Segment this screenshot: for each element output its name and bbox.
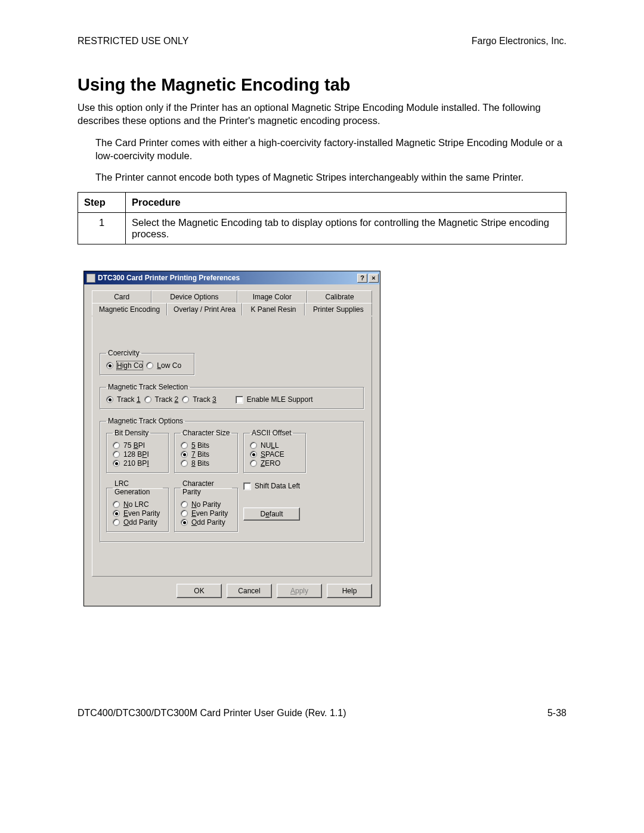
footer-right: 5-38 <box>547 708 566 719</box>
radio-high-co[interactable]: High Co <box>106 361 143 370</box>
step-procedure: Select the Magnetic Encoding tab to disp… <box>126 213 566 244</box>
help-icon[interactable]: ? <box>357 274 367 283</box>
radio-null[interactable]: NULL <box>250 441 300 450</box>
tab-overlay-print-area[interactable]: Overlay / Print Area <box>167 303 242 315</box>
radio-track-1[interactable]: Track 1 <box>106 395 141 404</box>
checkbox-shift-data[interactable]: Shift Data Left <box>243 482 300 490</box>
radio-parity-even[interactable]: Even Parity <box>181 509 232 518</box>
cancel-button[interactable]: Cancel <box>227 584 272 598</box>
coercivity-legend: Coercivity <box>106 349 141 357</box>
radio-75-bpi[interactable]: 75 BPI <box>113 441 163 450</box>
app-icon <box>86 274 95 283</box>
char-parity-legend: Character Parity <box>181 479 232 496</box>
th-procedure: Procedure <box>126 193 566 213</box>
radio-parity-odd[interactable]: Odd Parity <box>181 518 232 527</box>
th-step: Step <box>78 193 126 213</box>
tab-content: Coercivity High Co Low Co <box>92 317 372 577</box>
track-selection-group: Magnetic Track Selection Track 1 Track 2 <box>100 383 364 410</box>
ascii-offset-legend: ASCII Offset <box>250 429 293 437</box>
tab-magnetic-encoding[interactable]: Magnetic Encoding <box>92 303 167 315</box>
page-title: Using the Magnetic Encoding tab <box>78 75 566 95</box>
help-button[interactable]: Help <box>327 584 372 598</box>
coercivity-group: Coercivity High Co Low Co <box>100 349 195 376</box>
radio-track-2[interactable]: Track 2 <box>144 395 179 404</box>
header-right: Fargo Electronics, Inc. <box>472 36 566 47</box>
dialog-title: DTC300 Card Printer Printing Preferences <box>98 274 356 282</box>
intro-text: Use this option only if the Printer has … <box>78 101 566 128</box>
radio-zero[interactable]: ZERO <box>250 459 300 467</box>
bit-density-legend: Bit Density <box>113 429 150 437</box>
close-icon[interactable]: × <box>369 274 379 283</box>
titlebar[interactable]: DTC300 Card Printer Printing Preferences… <box>84 271 380 284</box>
radio-lrc-even[interactable]: Even Parity <box>113 509 163 518</box>
step-number: 1 <box>78 213 126 244</box>
char-size-legend: Character Size <box>181 429 231 437</box>
footer-left: DTC400/DTC300/DTC300M Card Printer User … <box>78 708 346 719</box>
tab-k-panel-resin[interactable]: K Panel Resin <box>242 303 305 315</box>
ascii-offset-group: ASCII Offset NULL SPACE ZERO <box>243 429 306 473</box>
radio-7-bits[interactable]: 7 Bits <box>181 450 232 459</box>
radio-track-3[interactable]: Track 3 <box>182 395 216 404</box>
radio-210-bpi[interactable]: 210 BPI <box>113 459 163 467</box>
track-selection-legend: Magnetic Track Selection <box>106 383 190 391</box>
char-size-group: Character Size 5 Bits 7 Bits 8 Bits <box>174 429 239 473</box>
radio-space[interactable]: SPACE <box>250 450 300 459</box>
radio-5-bits[interactable]: 5 Bits <box>181 441 232 450</box>
tab-image-color[interactable]: Image Color <box>237 290 308 303</box>
header-left: RESTRICTED USE ONLY <box>78 36 188 47</box>
bullet-2: The Printer cannot encode both types of … <box>78 171 566 184</box>
tab-calibrate[interactable]: Calibrate <box>307 290 372 303</box>
default-button[interactable]: Default <box>243 507 300 521</box>
ok-button[interactable]: OK <box>177 584 222 598</box>
track-options-legend: Magnetic Track Options <box>106 417 185 425</box>
radio-no-parity[interactable]: No Parity <box>181 500 232 509</box>
tab-card[interactable]: Card <box>92 290 151 303</box>
lrc-group: LRC Generation No LRC Even Parity Odd Pa… <box>106 479 169 532</box>
radio-lrc-odd[interactable]: Odd Parity <box>113 518 163 527</box>
radio-low-co[interactable]: Low Co <box>146 361 181 370</box>
char-parity-group: Character Parity No Parity Even Parity O… <box>174 479 239 532</box>
tab-strip: Card Device Options Image Color Calibrat… <box>92 290 372 317</box>
bit-density-group: Bit Density 75 BPI 128 BPI 210 BPI <box>106 429 169 473</box>
preferences-dialog: DTC300 Card Printer Printing Preferences… <box>83 271 380 606</box>
radio-no-lrc[interactable]: No LRC <box>113 500 163 509</box>
radio-128-bpi[interactable]: 128 BPI <box>113 450 163 459</box>
checkbox-mle[interactable]: Enable MLE Support <box>236 395 313 404</box>
procedure-table: Step Procedure 1 Select the Magnetic Enc… <box>78 192 566 244</box>
lrc-legend: LRC Generation <box>113 479 163 496</box>
track-options-group: Magnetic Track Options Bit Density 75 BP… <box>100 417 364 543</box>
bullet-1: The Card Printer comes with either a hig… <box>78 136 566 163</box>
tab-device-options[interactable]: Device Options <box>151 290 237 303</box>
tab-printer-supplies[interactable]: Printer Supplies <box>305 303 372 315</box>
radio-8-bits[interactable]: 8 Bits <box>181 459 232 467</box>
apply-button[interactable]: Apply <box>277 584 322 598</box>
